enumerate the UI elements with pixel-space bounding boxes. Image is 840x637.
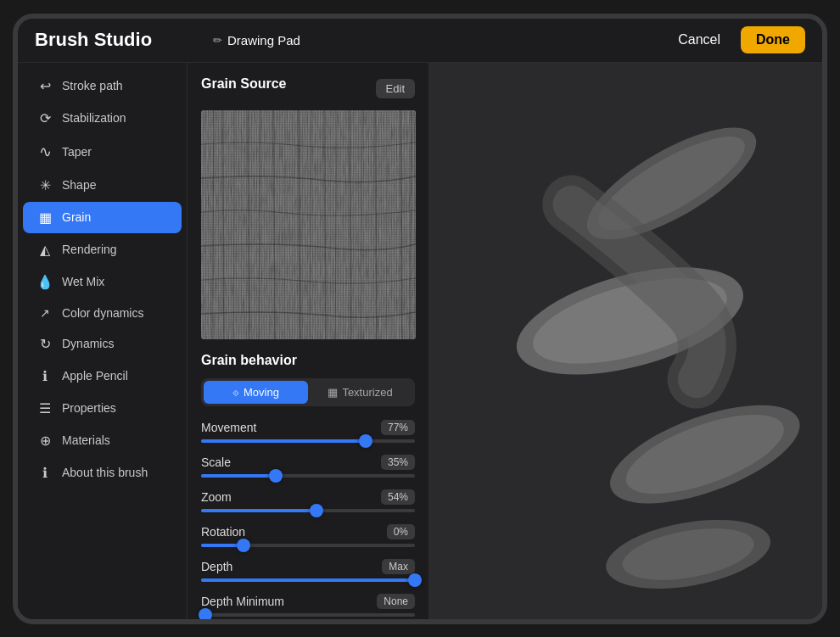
svg-line-19 — [400, 110, 402, 339]
slider-thumb[interactable] — [269, 469, 283, 483]
sliders-container: Movement 77% Scale 35% Zoom 54% — [201, 420, 415, 619]
grain-behavior-title: Grain behavior — [201, 353, 415, 368]
main-area: ↩ Stroke path ⟳ Stabilization ∿ Taper ✳ … — [18, 63, 822, 619]
slider-row-movement: Movement 77% — [201, 420, 415, 443]
sidebar-item-stroke-path[interactable]: ↩ Stroke path — [23, 70, 182, 102]
slider-label-row: Depth Max — [201, 559, 415, 574]
grain-texture-preview — [201, 110, 416, 339]
drawing-pad[interactable] — [429, 63, 822, 619]
svg-line-12 — [310, 110, 311, 339]
sidebar-item-label: Stroke path — [62, 79, 123, 92]
slider-label: Zoom — [201, 490, 232, 504]
sidebar-item-apple-pencil[interactable]: ℹ Apple Pencil — [23, 360, 182, 392]
sidebar: ↩ Stroke path ⟳ Stabilization ∿ Taper ✳ … — [18, 63, 188, 619]
stroke-path-icon: ↩ — [36, 78, 53, 94]
slider-row-scale: Scale 35% — [201, 455, 415, 478]
moving-button[interactable]: ⟐ Moving — [204, 381, 308, 404]
drawing-pad-text: Drawing Pad — [227, 33, 300, 47]
svg-line-6 — [233, 110, 235, 339]
sidebar-item-label: Shape — [62, 178, 96, 192]
sidebar-item-about[interactable]: ℹ About this brush — [23, 457, 182, 489]
sidebar-item-label: Wet Mix — [62, 275, 104, 288]
taper-icon: ∿ — [36, 142, 53, 161]
slider-row-zoom: Zoom 54% — [201, 489, 415, 512]
slider-label: Rotation — [201, 525, 245, 539]
sidebar-item-shape[interactable]: ✳ Shape — [23, 170, 182, 201]
slider-track[interactable] — [201, 509, 415, 512]
tablet-frame: Brush Studio ✏ Drawing Pad Cancel Done ↩… — [13, 14, 827, 624]
grid-icon: ▦ — [328, 386, 338, 399]
slider-track[interactable] — [201, 474, 415, 478]
grain-source-header: Grain Source Edit — [201, 76, 415, 102]
slider-thumb[interactable] — [408, 573, 422, 587]
top-bar: Brush Studio ✏ Drawing Pad Cancel Done — [18, 19, 822, 63]
sidebar-item-label: Materials — [62, 433, 110, 447]
sidebar-item-properties[interactable]: ☰ Properties — [23, 393, 182, 424]
slider-label: Movement — [201, 421, 256, 434]
slider-label-row: Depth Minimum None — [201, 594, 415, 609]
sidebar-item-materials[interactable]: ⊕ Materials — [23, 425, 182, 456]
sidebar-item-taper[interactable]: ∿ Taper — [23, 135, 182, 169]
properties-icon: ☰ — [36, 400, 53, 416]
edit-button[interactable]: Edit — [376, 79, 415, 98]
slider-thumb[interactable] — [237, 539, 250, 552]
slider-fill — [201, 439, 366, 443]
segment-control: ⟐ Moving ▦ Texturized — [201, 378, 415, 406]
sidebar-item-stabilization[interactable]: ⟳ Stabilization — [23, 103, 182, 134]
texturized-label: Texturized — [342, 386, 392, 399]
sidebar-item-label: Rendering — [62, 243, 117, 256]
slider-value: Max — [382, 559, 415, 574]
svg-line-8 — [259, 110, 260, 339]
slider-value: 35% — [381, 455, 415, 470]
slider-thumb[interactable] — [310, 504, 323, 517]
shape-icon: ✳ — [36, 177, 53, 193]
cancel-button[interactable]: Cancel — [668, 27, 731, 53]
sidebar-item-color-dynamics[interactable]: ↗ Color dynamics — [23, 299, 182, 327]
rendering-icon: ◭ — [36, 242, 53, 258]
slider-thumb[interactable] — [359, 434, 372, 448]
done-button[interactable]: Done — [741, 26, 805, 53]
slider-track[interactable] — [201, 613, 415, 617]
svg-line-17 — [375, 110, 377, 339]
slider-value: 77% — [381, 420, 415, 435]
slider-label: Depth Minimum — [201, 595, 284, 608]
slider-label: Depth — [201, 560, 232, 573]
sidebar-item-dynamics[interactable]: ↻ Dynamics — [23, 328, 182, 360]
wet-mix-icon: 💧 — [36, 274, 53, 290]
sidebar-item-label: Properties — [62, 401, 116, 415]
slider-row-depth-minimum: Depth Minimum None — [201, 594, 415, 617]
slider-label-row: Zoom 54% — [201, 489, 415, 505]
center-panel: Grain Source Edit — [188, 63, 429, 619]
top-bar-center: ✏ Drawing Pad — [204, 33, 668, 47]
about-icon: ℹ — [36, 465, 53, 481]
sidebar-item-wet-mix[interactable]: 💧 Wet Mix — [23, 266, 182, 298]
slider-fill — [201, 578, 415, 582]
sidebar-item-grain[interactable]: ▦ Grain — [23, 202, 182, 233]
svg-rect-1 — [201, 110, 416, 339]
dynamics-icon: ↻ — [36, 336, 53, 352]
slider-thumb[interactable] — [199, 608, 212, 619]
sidebar-item-rendering[interactable]: ◭ Rendering — [23, 234, 182, 265]
texturized-button[interactable]: ▦ Texturized — [308, 381, 412, 404]
slider-fill — [201, 544, 244, 547]
grain-icon: ▦ — [36, 210, 53, 226]
sidebar-item-label: About this brush — [62, 466, 148, 479]
slider-track[interactable] — [201, 544, 415, 547]
slider-row-depth: Depth Max — [201, 559, 415, 582]
slider-value: 54% — [381, 489, 415, 505]
materials-icon: ⊕ — [36, 433, 53, 449]
sidebar-item-label: Apple Pencil — [62, 369, 128, 383]
svg-rect-0 — [201, 110, 416, 339]
svg-line-14 — [335, 110, 337, 339]
color-dynamics-icon: ↗ — [36, 306, 53, 320]
svg-line-16 — [361, 110, 362, 339]
grain-svg — [201, 110, 416, 339]
slider-label-row: Movement 77% — [201, 420, 415, 435]
sidebar-item-label: Color dynamics — [62, 306, 143, 320]
slider-track[interactable] — [201, 578, 415, 582]
grain-texture-inner — [201, 110, 416, 339]
slider-track[interactable] — [201, 439, 415, 443]
top-bar-actions: Cancel Done — [668, 26, 805, 53]
svg-line-11 — [299, 110, 300, 339]
app-title: Brush Studio — [35, 29, 204, 51]
